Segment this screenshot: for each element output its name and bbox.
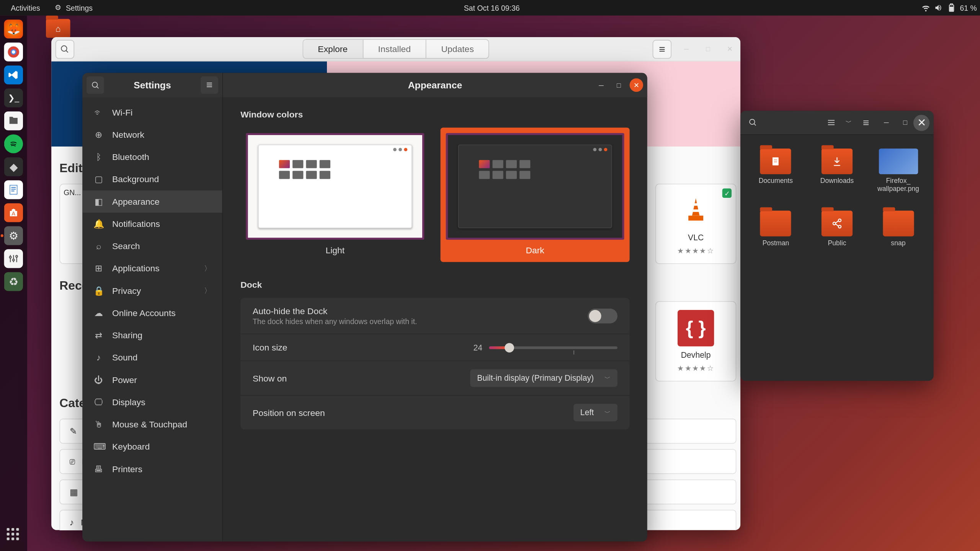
files-menu-button[interactable]: ≡: [858, 114, 874, 130]
software-close-button[interactable]: ✕: [723, 42, 736, 55]
svg-point-31: [838, 219, 841, 222]
dock-spotify-icon[interactable]: [4, 134, 23, 153]
dock-terminal-icon[interactable]: ❯_: [4, 88, 23, 107]
sidebar-item-label: Search: [112, 241, 140, 251]
sidebar-item-notifications[interactable]: 🔔Notifications: [82, 213, 222, 235]
dock-software-icon[interactable]: A: [4, 203, 23, 222]
svg-point-33: [838, 225, 841, 228]
tab-installed[interactable]: Installed: [363, 40, 426, 58]
sidebar-item-printers[interactable]: 🖶Printers: [82, 458, 222, 480]
tab-explore[interactable]: Explore: [303, 40, 363, 58]
chevron-right-icon: 〉: [204, 285, 211, 295]
file-label: Public: [828, 239, 846, 247]
dock-trash-icon[interactable]: ♻: [4, 272, 23, 291]
dock-chrome-icon[interactable]: [4, 42, 23, 61]
theme-dark[interactable]: Dark: [441, 128, 630, 262]
sidebar-item-appearance[interactable]: ◧Appearance: [82, 191, 222, 213]
sidebar-item-search[interactable]: ⌕Search: [82, 235, 222, 257]
software-minimize-button[interactable]: ─: [679, 42, 693, 55]
sidebar-item-label: Printers: [112, 464, 142, 474]
svg-rect-2: [950, 7, 953, 11]
search-icon: ⌕: [93, 241, 104, 251]
files-view-options-button[interactable]: ﹀: [840, 114, 856, 130]
clock-button[interactable]: Sat Oct 16 09:36: [460, 2, 524, 13]
topbar-app-menu[interactable]: ⚙ Settings: [50, 2, 97, 13]
settings-search-button[interactable]: [87, 76, 104, 94]
file-item-postman[interactable]: Postman: [747, 211, 804, 247]
app-tile[interactable]: GN...: [59, 184, 85, 264]
battery-icon[interactable]: [947, 3, 956, 12]
software-search-button[interactable]: [56, 39, 74, 58]
file-item-image[interactable]: Firefox_ wallpaper.png: [870, 148, 927, 193]
desktop-folder-icon[interactable]: ⌂: [46, 19, 72, 39]
app-tile-devhelp[interactable]: { } Devhelp ★★★★☆: [655, 301, 737, 381]
dock-firefox-icon[interactable]: 🦊: [4, 20, 23, 38]
files-list-view-button[interactable]: [823, 114, 839, 130]
tab-updates[interactable]: Updates: [426, 40, 489, 58]
dock-tweaks-icon[interactable]: [4, 249, 23, 268]
topbar-app-label: Settings: [66, 4, 93, 12]
sidebar-item-bluetooth[interactable]: ᛒBluetooth: [82, 146, 222, 168]
dock-libreoffice-icon[interactable]: [4, 180, 23, 199]
category-icon: ♪: [70, 517, 74, 527]
settings-main-titlebar: Appearance ─ □ ✕: [223, 73, 647, 98]
icon-size-slider[interactable]: [489, 346, 617, 349]
svg-point-13: [10, 256, 11, 258]
settings-title: Settings: [134, 80, 171, 90]
dock-vscode-icon[interactable]: [4, 65, 23, 84]
page-title: Appearance: [408, 80, 462, 90]
dock-autohide-row: Auto-hide the Dock The dock hides when a…: [240, 298, 629, 334]
sidebar-item-wifi[interactable]: ᯤWi-Fi: [82, 101, 222, 124]
files-minimize-button[interactable]: ─: [880, 116, 893, 129]
svg-rect-25: [828, 120, 834, 121]
position-dropdown[interactable]: Left ﹀: [573, 404, 617, 421]
sidebar-item-network[interactable]: ⊕Network: [82, 124, 222, 146]
autohide-toggle[interactable]: [588, 308, 617, 323]
power-icon: ⏻: [93, 375, 104, 385]
files-search-button[interactable]: [745, 114, 761, 130]
volume-icon[interactable]: [934, 3, 943, 12]
software-menu-button[interactable]: ≡: [653, 39, 671, 58]
software-maximize-button[interactable]: □: [701, 42, 715, 55]
wifi-icon[interactable]: [921, 3, 930, 12]
theme-light[interactable]: Light: [240, 128, 430, 262]
folder-icon: [760, 211, 791, 236]
sidebar-item-sharing[interactable]: ⇄Sharing: [82, 324, 222, 346]
sidebar-item-background[interactable]: ▢Background: [82, 168, 222, 190]
settings-maximize-button[interactable]: □: [612, 78, 626, 92]
dock-settings-icon[interactable]: ⚙: [4, 226, 23, 245]
files-maximize-button[interactable]: □: [898, 116, 912, 129]
show-on-dropdown[interactable]: Built-in display (Primary Display) ﹀: [470, 369, 617, 387]
sidebar-item-applications[interactable]: ⊞Applications〉: [82, 257, 222, 279]
sidebar-item-online-accounts[interactable]: ☁Online Accounts: [82, 302, 222, 324]
settings-close-button[interactable]: ✕: [630, 78, 643, 92]
settings-minimize-button[interactable]: ─: [595, 78, 608, 92]
svg-point-17: [16, 256, 18, 258]
theme-light-label: Light: [246, 240, 424, 256]
dock-files-icon[interactable]: [4, 111, 23, 130]
mouse-icon: 🖱: [93, 419, 104, 429]
sidebar-item-label: Privacy: [112, 285, 141, 295]
sidebar-item-privacy[interactable]: 🔒Privacy〉: [82, 280, 222, 302]
file-item-documents[interactable]: Documents: [747, 148, 804, 193]
dock-show-apps-icon[interactable]: [4, 525, 23, 544]
file-item-downloads[interactable]: Downloads: [808, 148, 866, 193]
file-label: Documents: [759, 177, 793, 185]
sidebar-item-keyboard[interactable]: ⌨Keyboard: [82, 435, 222, 458]
files-window: ﹀ ≡ ─ □ ✕ Documents Downloads Firefox_ w…: [740, 111, 934, 381]
sidebar-item-mouse[interactable]: 🖱Mouse & Touchpad: [82, 413, 222, 435]
show-on-value: Built-in display (Primary Display): [477, 373, 594, 383]
files-close-button[interactable]: ✕: [913, 114, 929, 130]
sidebar-item-power[interactable]: ⏻Power: [82, 369, 222, 391]
theme-dark-preview: [446, 133, 624, 240]
app-tile-vlc[interactable]: ✓ VLC ★★★★☆: [655, 184, 737, 264]
sidebar-item-sound[interactable]: ♪Sound: [82, 346, 222, 368]
dock-heading: Dock: [240, 280, 629, 290]
dock-inkscape-icon[interactable]: ◆: [4, 157, 23, 176]
file-label: Downloads: [820, 177, 854, 185]
sidebar-item-displays[interactable]: 🖵Displays: [82, 391, 222, 413]
file-item-public[interactable]: Public: [808, 211, 866, 247]
activities-button[interactable]: Activities: [7, 2, 44, 13]
settings-hamburger-button[interactable]: ≡: [201, 76, 218, 94]
file-item-snap[interactable]: snap: [870, 211, 927, 247]
